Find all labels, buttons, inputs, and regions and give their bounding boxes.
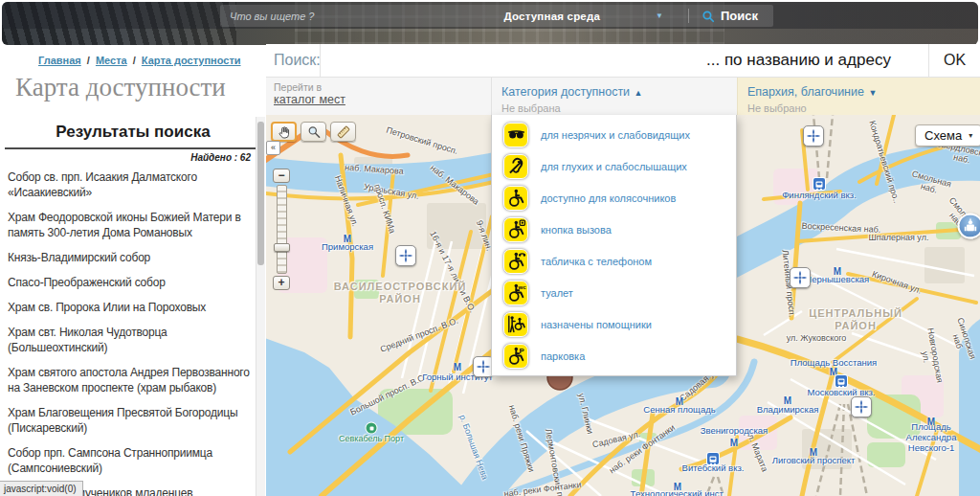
filter-eparchy-value: Не выбрано	[747, 100, 980, 114]
search-result-item[interactable]: Храм свт. Николая Чудотворца (Большеохти…	[0, 320, 266, 360]
category-option[interactable]: табличка с телефоном	[492, 245, 736, 277]
category-option-label: парковка	[541, 350, 585, 362]
search-result-item[interactable]: Собор прп. Сампсона Странноприимца (Самп…	[0, 440, 266, 481]
metro-icon: М	[834, 266, 841, 277]
site-search-input[interactable]	[220, 11, 498, 22]
pan-tool-button[interactable]	[271, 122, 297, 142]
church-marker[interactable]	[803, 125, 824, 147]
zoom-slider-track[interactable]	[277, 185, 287, 274]
filter-eparchy-label[interactable]: Епархия, благочиние	[747, 85, 864, 99]
church-marker[interactable]	[851, 396, 872, 417]
metro-icon: М	[927, 417, 935, 427]
category-option-label: для незрячих и слабовидящих	[541, 129, 690, 141]
ruler-tool-button[interactable]	[330, 122, 356, 142]
category-option-label: для глухих и слабослышащих	[541, 161, 687, 172]
metro-icon: М	[674, 482, 681, 492]
filter-category[interactable]: Категория доступности ▲ Не выбрана	[491, 78, 737, 115]
port-poi-icon	[367, 423, 377, 434]
deaf-icon	[503, 154, 528, 179]
parking-icon: P	[503, 344, 528, 369]
chevron-down-icon: ▾	[969, 131, 972, 140]
search-result-item[interactable]: Храм Феодоровской иконы Божией Матери в …	[0, 205, 266, 245]
railway-station-icon	[835, 375, 847, 387]
category-option[interactable]: доступно для колясочников	[492, 182, 736, 214]
map-label-metro: Площадь Александра Невского-1	[906, 422, 957, 454]
category-option[interactable]: кнопка вызова	[492, 214, 736, 245]
cathedral-landmark-icon[interactable]	[958, 214, 980, 239]
map-label-rail: Финляндский вкз.	[782, 191, 857, 201]
map-label-street: ул. Жуковского	[787, 333, 847, 343]
catalog-prefix: Перейти в	[274, 81, 491, 93]
triangle-up-icon: ▲	[635, 88, 643, 98]
page-title: Карта доступности	[15, 73, 226, 102]
site-search-button[interactable]: Поиск	[721, 9, 773, 23]
divider	[688, 9, 689, 23]
zoom-slider-handle[interactable]	[274, 243, 290, 252]
results-count: Найдено : 62	[0, 149, 266, 165]
toilet-icon: wc	[503, 281, 528, 305]
zoom-in-button[interactable]: +	[273, 276, 290, 290]
triangle-down-icon: ▼	[868, 88, 877, 98]
category-option[interactable]: для глухих и слабослышащих	[492, 150, 736, 182]
metro-icon: М	[810, 447, 817, 458]
railway-station-icon	[813, 178, 825, 190]
ok-button[interactable]: OK	[929, 44, 980, 77]
zoom-select-tool-button[interactable]	[301, 122, 326, 142]
map-type-button[interactable]: Схема ▾	[915, 124, 980, 147]
map-label-poi: Севкабель Порт	[339, 434, 404, 443]
search-results-panel: Результаты поиска Найдено : 62 Собор св.…	[0, 115, 266, 496]
search-result-item[interactable]: Храм святого апостола Андрея Первозванно…	[0, 360, 266, 400]
church-marker[interactable]	[790, 267, 811, 288]
search-label: Поиск:	[266, 52, 320, 69]
metro-icon: М	[784, 395, 791, 406]
map-type-label: Схема	[924, 128, 962, 143]
zoom-control: − +	[273, 169, 291, 290]
divider	[320, 44, 321, 77]
chevron-down-icon[interactable]: ▼	[656, 11, 663, 20]
assistant-icon	[503, 312, 528, 337]
category-option-label: туалет	[541, 287, 573, 299]
search-result-item[interactable]: Храм Благовещения Пресвятой Богородицы (…	[0, 400, 266, 440]
blind-icon	[503, 123, 528, 147]
search-result-item[interactable]: Князь-Владимирский собор	[0, 245, 266, 270]
search-row: Поиск: OK	[266, 44, 980, 78]
category-option[interactable]: для незрячих и слабовидящих	[492, 119, 736, 150]
zoom-out-button[interactable]: −	[273, 169, 290, 183]
category-option[interactable]: wcтуалет	[492, 277, 736, 308]
search-result-item[interactable]: Собор св. прп. Исаакия Далматского «Исаа…	[0, 165, 266, 205]
catalog-link[interactable]: Перейти в каталог мест	[266, 78, 491, 115]
call-button-icon	[503, 217, 528, 242]
collapse-panel-button[interactable]: «	[266, 141, 280, 155]
category-option-label: кнопка вызова	[541, 224, 612, 236]
breadcrumb-separator: /	[130, 55, 139, 66]
catalog-link-label[interactable]: каталог мест	[274, 93, 491, 106]
breadcrumb-link[interactable]: Главная	[38, 55, 81, 66]
category-option[interactable]: Pпарковка	[492, 340, 736, 372]
breadcrumb: Главная / Места / Карта доступности	[38, 55, 241, 66]
map-label-district: ЦЕНТРАЛЬНЫЙ РАЙОН	[809, 307, 902, 331]
top-search-bar: Доступная среда ▼ Поиск	[220, 5, 773, 27]
metro-icon: М	[344, 234, 351, 244]
search-result-item[interactable]: Спасо-Преображенский собор	[0, 270, 266, 295]
category-option-label: табличка с телефоном	[541, 256, 652, 267]
church-marker[interactable]	[395, 245, 416, 266]
map-search-input[interactable]	[706, 51, 928, 70]
breadcrumb-separator: /	[84, 55, 93, 66]
phone-sign-icon	[503, 249, 528, 274]
breadcrumb-link[interactable]: Карта доступности	[142, 55, 241, 66]
search-result-item[interactable]: Храм св. Пророка Илии на Пороховых	[0, 295, 266, 320]
section-dropdown[interactable]: Доступная среда	[503, 11, 600, 22]
filter-eparchy[interactable]: Епархия, благочиние ▼ Не выбрано	[737, 78, 980, 115]
category-options: для незрячих и слабовидящихдля глухих и …	[492, 119, 736, 372]
svg-text:P: P	[519, 347, 523, 355]
breadcrumb-link[interactable]: Места	[96, 55, 127, 66]
metro-icon: М	[676, 396, 683, 407]
filter-category-value: Не выбрана	[501, 100, 737, 114]
category-option[interactable]: назначены помощники	[492, 308, 736, 340]
map-label-metro: Звенигородская	[701, 426, 768, 437]
sidebar-scrollbar[interactable]	[256, 117, 265, 496]
filter-category-label[interactable]: Категория доступности	[501, 85, 630, 99]
railway-station-icon	[707, 453, 719, 464]
search-icon	[702, 10, 715, 23]
scrollbar-thumb[interactable]	[257, 122, 264, 265]
